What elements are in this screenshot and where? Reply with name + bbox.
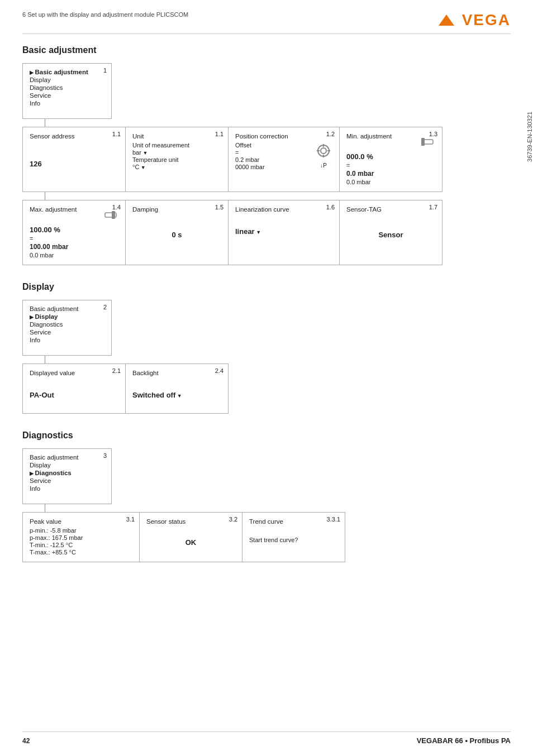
card-num-1-2: 1.2 — [326, 131, 335, 137]
linearization-value[interactable]: linear — [235, 227, 332, 236]
connector-v1 — [45, 119, 45, 127]
sensor-tag-card: 1.7 Sensor-TAG Sensor — [339, 200, 442, 265]
sensor-status-label: Sensor status — [146, 518, 235, 525]
product-name: VEGABAR 66 • Profibus PA — [417, 736, 511, 745]
offset-label: Offset — [235, 142, 288, 149]
displayed-value-value: PA-Out — [30, 391, 118, 399]
basic-adjustment-row2: 1.4 Max. adjustment 100.00 % = 100.00 mb… — [22, 200, 511, 265]
backlight-value[interactable]: Switched off — [132, 391, 221, 399]
card-num-1-3: 1.3 — [429, 131, 437, 137]
display-menu-service[interactable]: Service — [30, 328, 104, 336]
card-num-1-1a: 1.1 — [112, 131, 121, 137]
t-min-value: T-min.: -12.5 °C — [30, 542, 132, 548]
offset-eq: = — [235, 149, 288, 156]
diagnostics-menu-diagnostics[interactable]: Diagnostics — [30, 469, 104, 477]
linearization-card: 1.6 Linearization curve linear — [228, 200, 340, 265]
unit-label: Unit — [132, 133, 221, 140]
damping-card: 1.5 Damping 0 s — [125, 200, 229, 265]
basic-adjustment-title: Basic adjustment — [22, 45, 511, 55]
diagnostics-menu-basic[interactable]: Basic adjustment — [30, 453, 104, 461]
max-mbar-sub: 0.0 mbar — [30, 252, 118, 259]
basic-adjustment-menu: 1 Basic adjustment Display Diagnostics S… — [22, 63, 112, 119]
card-num-2-4: 2.4 — [215, 367, 223, 374]
diagnostics-cards-row: 3.1 Peak value p-min.: -5.8 mbar p-max.:… — [22, 512, 511, 562]
card-num-1-4: 1.4 — [112, 204, 121, 210]
backlight-card: 2.4 Backlight Switched off — [125, 363, 229, 414]
display-menu-display[interactable]: Display — [30, 313, 104, 320]
menu-item-service[interactable]: Service — [30, 92, 104, 99]
basic-adjustment-section: Basic adjustment 1 Basic adjustment Disp… — [22, 45, 511, 265]
card-num-3-2: 3.2 — [229, 516, 237, 523]
diagnostics-menu-info[interactable]: Info — [30, 485, 104, 492]
peak-value-card: 3.1 Peak value p-min.: -5.8 mbar p-max.:… — [22, 512, 140, 562]
display-section: Display 2 Basic adjustment Display Diagn… — [22, 282, 511, 414]
min-adjustment-value: 000.0 % — [346, 152, 435, 161]
max-eq: = — [30, 235, 118, 242]
display-menu-info[interactable]: Info — [30, 336, 104, 344]
min-mbar-sub: 0.0 mbar — [346, 179, 435, 185]
display-menu-basic[interactable]: Basic adjustment — [30, 305, 104, 313]
sensor-status-card: 3.2 Sensor status OK — [139, 512, 242, 562]
damping-value: 0 s — [132, 231, 221, 239]
page-number: 42 — [22, 737, 30, 745]
unit-of-measurement-label: Unit of measurement — [132, 142, 221, 149]
displayed-value-card: 2.1 Displayed value PA-Out — [22, 363, 126, 414]
svg-rect-7 — [421, 138, 425, 146]
menu-item-info[interactable]: Info — [30, 99, 104, 107]
diagnostics-menu-display[interactable]: Display — [30, 461, 104, 469]
temperature-unit-label: Temperature unit — [132, 156, 221, 163]
diagnostics-connector — [45, 504, 45, 512]
card-num-1-5: 1.5 — [215, 204, 223, 210]
sensor-status-value: OK — [146, 538, 235, 547]
displayed-value-label: Displayed value — [30, 370, 118, 376]
unit-bar-value[interactable]: bar — [132, 149, 221, 156]
svg-rect-9 — [112, 211, 115, 219]
max-adjustment-card: 1.4 Max. adjustment 100.00 % = 100.00 mb… — [22, 200, 126, 265]
diagnostics-section: Diagnostics 3 Basic adjustment Display D… — [22, 430, 511, 562]
card-num-2-1: 2.1 — [112, 367, 121, 374]
vega-logo: VEGA — [439, 11, 511, 29]
min-mbar-value: 0.0 mbar — [346, 170, 435, 178]
side-document-id: 36739-EN-130321 — [524, 112, 533, 162]
sensor-tag-value: Sensor — [346, 231, 435, 239]
diagnostics-menu-service[interactable]: Service — [30, 477, 104, 485]
min-adjustment-label: Min. adjustment — [346, 133, 392, 140]
min-adjustment-card: 1.3 Min. adjustment 000.0 % = 0.0 mbar — [339, 127, 442, 192]
t-max-value: T-max.: +85.5 °C — [30, 549, 132, 556]
card-num-3-1: 3.1 — [126, 516, 135, 523]
position-icon-label: ↓P — [315, 162, 332, 169]
max-mbar-value: 100.00 mbar — [30, 243, 118, 251]
card-num-1-6: 1.6 — [326, 204, 335, 210]
position-correction-card: 1.2 Position correction Offset = 0.2 mba… — [228, 127, 340, 192]
diagnostics-menu-number: 3 — [103, 452, 107, 459]
display-menu-number: 2 — [103, 304, 107, 310]
diagnostics-menu: 3 Basic adjustment Display Diagnostics S… — [22, 448, 112, 504]
vega-logo-triangle — [439, 15, 454, 26]
sensor-tag-label: Sensor-TAG — [346, 206, 435, 213]
p-min-value: p-min.: -5.8 mbar — [30, 527, 132, 534]
trend-curve-label: Trend curve — [249, 518, 338, 525]
sensor-address-label: Sensor address — [30, 133, 118, 140]
max-adjustment-label: Max. adjustment — [30, 206, 77, 213]
backlight-label: Backlight — [132, 370, 221, 376]
display-menu-diagnostics[interactable]: Diagnostics — [30, 320, 104, 328]
breadcrumb: 6 Set up with the display and adjustment… — [22, 11, 188, 18]
p-max-value: p-max.: 167.5 mbar — [30, 534, 132, 541]
card-num-1-1b: 1.1 — [215, 131, 223, 137]
display-menu: 2 Basic adjustment Display Diagnostics S… — [22, 300, 112, 356]
peak-value-label: Peak value — [30, 518, 132, 525]
unit-card: 1.1 Unit Unit of measurement bar Tempera… — [125, 127, 229, 192]
page-header: 6 Set up with the display and adjustment… — [22, 11, 511, 34]
sensor-address-card: 1.1 Sensor address 126 — [22, 127, 126, 192]
menu-item-diagnostics[interactable]: Diagnostics — [30, 84, 104, 92]
menu-item-display[interactable]: Display — [30, 76, 104, 84]
unit-celsius-value[interactable]: °C — [132, 164, 221, 170]
sensor-address-value: 126 — [30, 160, 118, 168]
basic-adjustment-row1: 1.1 Sensor address 126 1.1 Unit Unit of … — [22, 127, 511, 192]
menu-number: 1 — [103, 67, 107, 74]
display-cards-row: 2.1 Displayed value PA-Out 2.4 Backlight… — [22, 363, 511, 414]
menu-item-basic[interactable]: Basic adjustment — [30, 68, 104, 76]
start-trend-value[interactable]: Start trend curve? — [249, 537, 338, 543]
display-connector — [45, 356, 45, 363]
max-adjustment-value: 100.00 % — [30, 226, 118, 234]
